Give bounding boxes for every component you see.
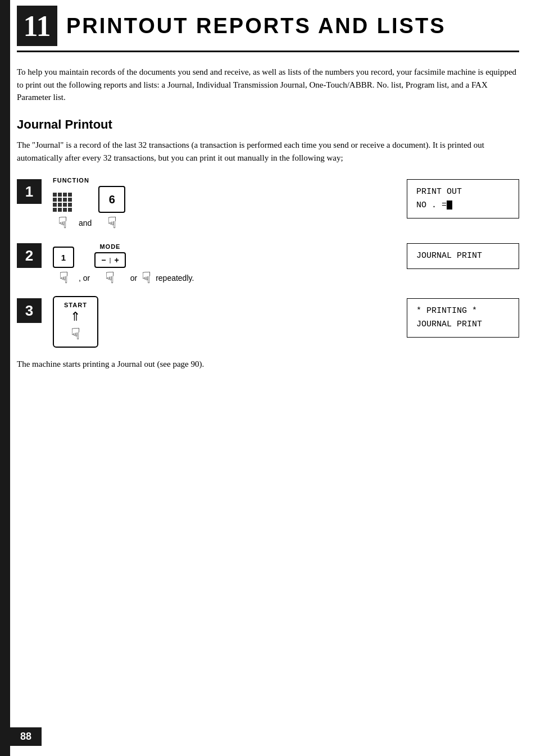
- mode-plus: +: [115, 256, 119, 265]
- mode-btn-group: MODE − | + ☟: [94, 243, 125, 286]
- display-line2-step3: JOURNAL PRINT: [416, 318, 510, 331]
- display-line2: NO . =: [416, 199, 510, 212]
- page-number-bar: 88: [0, 727, 536, 746]
- step-2-visual: 1 ☟ , or MODE − | +: [53, 241, 390, 286]
- machine-note: The machine starts printing a Journal ou…: [17, 358, 519, 371]
- step-3-row: 3 START ⇑ ☟ * PRINTING * JOURNAL PRINT: [17, 296, 519, 348]
- step-2-row: 2 1 ☟ , or MODE: [17, 241, 519, 286]
- step-3-number: 3: [17, 298, 42, 323]
- hand-press-key1-icon: ☟: [59, 270, 69, 286]
- key1-group: 1 ☟: [53, 247, 74, 286]
- hand-press-start-icon: ☟: [71, 326, 80, 342]
- step-2-keys-group: 1 ☟ , or MODE − | +: [53, 243, 390, 286]
- step-3-content: START ⇑ ☟ * PRINTING * JOURNAL PRINT: [53, 296, 519, 348]
- step-1-row: 1 FUNCTION: [17, 177, 519, 231]
- section-description: The "Journal" is a record of the last 32…: [17, 139, 519, 165]
- step-1-number: 1: [17, 179, 42, 204]
- or2-label: or: [130, 274, 137, 286]
- page-number: 88: [10, 727, 42, 746]
- keypad-group: ☟: [53, 193, 72, 231]
- or1-label: , or: [79, 274, 90, 286]
- key-6-button[interactable]: 6: [98, 186, 125, 213]
- steps-container: 1 FUNCTION: [17, 177, 519, 348]
- display-line1: PRINT OUT: [416, 185, 510, 199]
- step-2-display: JOURNAL PRINT: [407, 243, 519, 269]
- start-label: START: [64, 302, 87, 308]
- display-line1-step2: JOURNAL PRINT: [416, 249, 510, 263]
- section-heading: Journal Printout: [17, 117, 519, 132]
- hand-press-key6-icon: ☟: [107, 215, 117, 231]
- start-button[interactable]: START ⇑ ☟: [53, 296, 98, 348]
- chapter-header: 11 PRINTOUT REPORTS AND LISTS: [17, 6, 519, 52]
- function-label: FUNCTION: [53, 177, 390, 184]
- start-arrow-icon: ⇑: [70, 311, 80, 323]
- chapter-title: PRINTOUT REPORTS AND LISTS: [66, 14, 446, 38]
- hand-press-mode2-icon: ☟: [142, 270, 151, 286]
- step-2-content: 1 ☟ , or MODE − | +: [53, 241, 519, 286]
- mode-minus: −: [101, 256, 106, 265]
- and-label: and: [79, 218, 92, 231]
- page: 11 PRINTOUT REPORTS AND LISTS To help yo…: [0, 0, 536, 756]
- step-1-visual: FUNCTION ☟: [53, 177, 390, 231]
- keypad-icon: [53, 193, 72, 212]
- key-1-button[interactable]: 1: [53, 247, 74, 268]
- step-2-number: 2: [17, 243, 42, 268]
- key6-group: 6 ☟: [98, 186, 125, 231]
- step-1-display: PRINT OUT NO . =: [407, 179, 519, 218]
- step-3-display: * PRINTING * JOURNAL PRINT: [407, 298, 519, 338]
- mode-separator: |: [109, 257, 111, 263]
- chapter-number: 11: [17, 6, 57, 46]
- step-3-visual: START ⇑ ☟: [53, 296, 390, 348]
- hand-press-icon: ☟: [58, 215, 67, 231]
- step-1-content: FUNCTION ☟: [53, 177, 519, 231]
- step-1-keys-group: ☟ and 6 ☟: [53, 186, 390, 231]
- intro-paragraph: To help you maintain records of the docu…: [17, 66, 519, 104]
- display-line1-step3: * PRINTING *: [416, 304, 510, 318]
- cursor-blink: [447, 201, 452, 210]
- hand-press-mode-icon: ☟: [105, 270, 115, 286]
- mode-hand-group: ☟: [142, 269, 151, 286]
- left-border-accent: [0, 0, 10, 756]
- mode-minus-plus-button[interactable]: − | +: [94, 252, 125, 268]
- mode-label: MODE: [99, 243, 120, 250]
- repeat-label: repeatedly.: [156, 274, 194, 286]
